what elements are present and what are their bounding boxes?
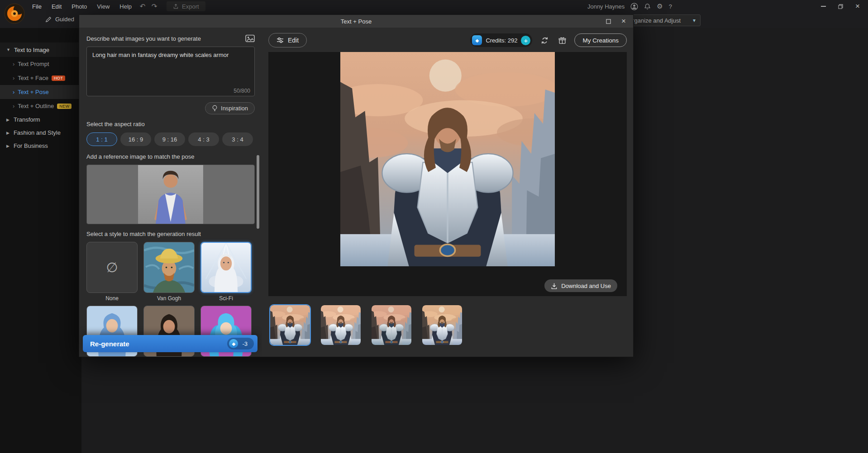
sidebar-group-label: Text to Image [14,47,49,53]
menu-photo[interactable]: Photo [67,3,92,10]
style-none-thumb[interactable]: ∅ [86,242,138,293]
dialog-window-controls: × [601,15,631,28]
pose-reference-label: Add a reference image to match the pose [86,153,255,161]
ratio-4-3-button[interactable]: 4 : 3 [188,132,219,146]
download-label: Download and Use [561,283,611,289]
credit-coin-icon: ◆ [229,339,238,348]
regenerate-label: Re-generate [90,340,227,348]
chevron-right-icon: › [13,75,14,81]
menu-edit[interactable]: Edit [47,3,67,10]
sidebar-item-text-outline[interactable]: › Text + Outline NEW [0,99,81,113]
credits-diamond-icon: ◆ [472,35,482,45]
edit-label: Edit [288,37,299,44]
result-thumbnail[interactable] [320,304,362,346]
sidebar-item-text-prompt[interactable]: › Text Prompt [0,57,81,71]
left-panel-scrollbar[interactable] [257,155,259,229]
window-minimize-icon[interactable] [815,0,832,13]
text-pose-dialog: Text + Pose × Describe what images you w… [79,14,634,357]
dialog-titlebar[interactable]: Text + Pose × [79,15,633,28]
chevron-right-icon: › [13,103,14,109]
generated-image [340,52,555,266]
style-captions: None Van Gogh Sci-Fi [86,295,255,302]
dialog-maximize-icon[interactable] [601,15,616,28]
pose-reference-image[interactable] [86,165,255,224]
result-thumbnail[interactable] [269,304,311,346]
sidebar-item-label: Text + Pose [18,89,48,95]
export-button[interactable]: Export [167,1,205,11]
credits-pill[interactable]: ◆ Credits: 292 + [470,33,532,47]
style-none-caption: None [86,295,138,302]
guided-tab[interactable]: Guided [45,16,74,23]
notifications-bell-icon[interactable] [644,3,651,10]
new-badge: NEW [57,104,72,109]
prompt-input[interactable]: Long hair man in fantasy dreamy white sc… [86,47,255,96]
chevron-right-icon: › [13,61,14,67]
triangle-right-icon: ▶ [6,131,10,135]
dialog-title: Text + Pose [341,18,372,25]
window-close-icon[interactable]: × [849,0,866,13]
mode-select[interactable]: Organize and Adjust ▾ [623,14,701,26]
credits-balance: Credits: 292 [486,37,517,44]
sidebar-group-transform[interactable]: ▶ Transform [0,113,81,126]
style-row-1: ∅ [86,242,255,293]
menu-help[interactable]: Help [114,3,137,10]
result-toolbar: Edit ◆ Credits: 292 + My Creations [268,33,627,47]
style-select-label: Select a style to match the generation r… [86,231,255,238]
aspect-ratio-row: 1 : 1 16 : 9 9 : 16 4 : 3 3 : 4 [86,132,255,146]
menu-view[interactable]: View [92,3,114,10]
window-restore-icon[interactable] [832,0,849,13]
prompt-label: Describe what images you want to generat… [86,35,201,42]
download-and-use-button[interactable]: Download and Use [544,279,617,292]
inspiration-label: Inspiration [221,105,248,112]
export-icon [173,4,179,9]
sliders-icon [277,37,284,43]
ratio-16-9-button[interactable]: 16 : 9 [120,132,151,146]
menu-file[interactable]: File [27,3,47,10]
result-canvas: Download and Use [268,52,627,296]
result-thumbnail-strip [268,304,627,346]
sidebar-item-label: Text + Outline [18,103,54,109]
settings-gear-icon[interactable]: ⚙ [657,2,663,10]
undo-icon[interactable]: ↶ [137,2,148,10]
add-image-icon[interactable] [245,34,255,43]
sidebar-group-for-business[interactable]: ▶ For Business [0,139,81,152]
edit-button[interactable]: Edit [268,33,307,47]
char-counter: 50/800 [234,88,250,94]
sidebar-item-text-face[interactable]: › Text + Face HOT [0,71,81,85]
dialog-left-panel: Describe what images you want to generat… [79,28,262,357]
my-creations-label: My Creations [582,37,619,44]
regenerate-button[interactable]: Re-generate ◆ -3 [83,335,258,352]
menubar: File Edit Photo View Help ↶ ↷ Export Jon… [0,0,868,13]
redo-icon[interactable]: ↷ [148,2,160,10]
dialog-right-panel: Edit ◆ Credits: 292 + My Creations [262,28,633,357]
refresh-icon[interactable] [539,35,550,46]
my-creations-button[interactable]: My Creations [574,33,627,47]
ratio-3-4-button[interactable]: 3 : 4 [222,132,253,146]
sidebar-group-text-to-image[interactable]: ▼ Text to Image [0,42,81,57]
ratio-1-1-button[interactable]: 1 : 1 [86,132,117,146]
gift-icon[interactable] [557,35,568,46]
sidebar-item-text-pose[interactable]: › Text + Pose [0,85,81,99]
download-icon [551,283,558,289]
style-sci-fi-thumb[interactable] [200,242,252,293]
style-van-gogh-caption: Van Gogh [143,295,195,302]
avatar-icon[interactable] [630,3,638,10]
mode-select-value: Organize and Adjust [628,17,681,24]
result-thumbnail[interactable] [421,304,463,346]
triangle-right-icon: ▶ [6,144,10,148]
inspiration-button[interactable]: Inspiration [205,102,255,114]
style-van-gogh-thumb[interactable] [143,242,195,293]
ratio-9-16-button[interactable]: 9 : 16 [154,132,185,146]
hot-badge: HOT [52,76,65,81]
export-label: Export [182,3,199,10]
dialog-close-icon[interactable]: × [616,15,631,28]
none-icon: ∅ [106,260,118,275]
sidebar-group-fashion-style[interactable]: ▶ Fashion and Style [0,126,81,139]
add-credits-icon[interactable]: + [521,36,530,45]
triangle-down-icon: ▼ [6,47,10,52]
help-icon[interactable]: ? [669,3,672,10]
result-thumbnail[interactable] [371,304,412,346]
triangle-right-icon: ▶ [6,118,10,122]
chevron-down-icon: ▾ [693,17,696,24]
regenerate-cost: ◆ -3 [227,338,254,349]
